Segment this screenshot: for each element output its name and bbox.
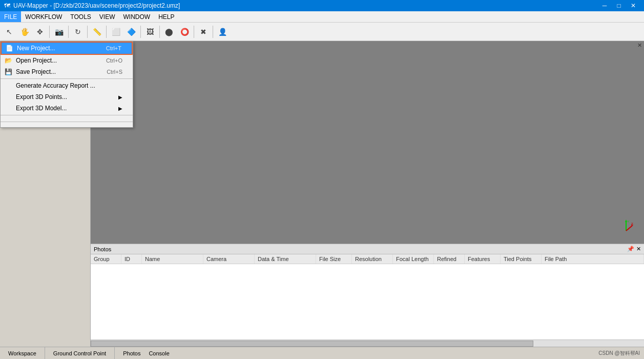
minimize-button[interactable]: ─ [598,1,611,10]
sep-1 [1,78,133,79]
axis-indicator: Y X [618,218,634,233]
col-header-datetime: Data & Time [255,254,316,264]
col-header-refined: Refined [434,254,465,264]
tool-oval[interactable]: ⭕ [177,25,192,39]
menu-tools[interactable]: TOOLS [66,11,95,22]
photos-table-body [91,264,644,340]
photos-header-close-icon[interactable]: ✕ [636,246,641,252]
toolbar-sep-1 [49,26,50,38]
menu-save-project[interactable]: 💾 Save Project... Ctrl+S [1,66,133,77]
title-bar-controls: ─ □ ✕ [598,1,640,10]
toolbar: ↖ 🖐 ✥ 📷 ↻ 📏 ⬜ 🔷 🖼 ⬤ ⭕ ✖ 👤 [0,23,644,41]
file-dropdown-menu: 📄 New Project... Ctrl+T 📂 Open Project..… [0,41,133,128]
model-view: 3D model ✕ Y X [91,41,644,244]
new-project-shortcut: Ctrl+T [106,45,121,51]
new-project-label: New Project... [17,45,55,52]
col-header-name: Name [142,254,203,264]
menu-bar: FILE WORKFLOW TOOLS VIEW WINDOW HELP [0,11,644,23]
svg-text:X: X [631,222,633,225]
photos-panel-title: Photos [94,246,111,252]
col-header-camera: Camera [203,254,255,264]
close-button[interactable]: ✕ [627,1,640,10]
status-bottom-tabs: Photos Console [115,350,598,356]
menu-export-points[interactable]: Export 3D Points... ▶ [1,91,133,103]
col-header-filepath: File Path [542,254,644,264]
photos-header-icons: 📌 ✕ [627,246,641,252]
col-header-filesize: File Size [316,254,352,264]
toolbar-sep-4 [106,26,107,38]
toolbar-sep-2 [68,26,69,38]
new-project-icon: 📄 [6,45,13,52]
save-project-icon: 💾 [5,68,12,75]
photos-panel-header: Photos 📌 ✕ [91,244,644,254]
sep-3 [1,122,133,122]
tool-user[interactable]: 👤 [215,25,230,39]
right-panel: 3D model ✕ Y X Photos [91,41,644,347]
main-container: 📄 New Project... Ctrl+T 📂 Open Project..… [0,41,644,347]
toolbar-sep-5 [140,26,141,38]
tool-box[interactable]: ⬜ [109,25,123,39]
menu-workflow[interactable]: WORKFLOW [21,11,66,22]
col-header-group: Group [91,254,121,264]
export-points-arrow: ▶ [118,94,122,100]
tool-close-shape[interactable]: ✖ [196,25,211,39]
toolbar-sep-7 [194,26,194,38]
col-header-tiedpoints: Tied Points [501,254,542,264]
menu-view[interactable]: VIEW [95,11,119,22]
menu-exit[interactable] [1,123,133,127]
menu-open-product[interactable] [1,116,133,121]
title-bar-left: 🗺 UAV-Mapper - [D:/zkb/2023/uav/scene/pr… [4,2,180,9]
col-header-focallength: Focal Length [393,254,434,264]
tool-photo[interactable]: 🖼 [143,25,157,39]
menu-window[interactable]: WINDOW [119,11,154,22]
export-model-arrow: ▶ [118,106,122,111]
status-tab-gcp[interactable]: Ground Control Point [45,347,115,359]
open-project-label: Open Project... [16,57,57,64]
tool-move[interactable]: ✥ [33,25,47,39]
menu-open-project[interactable]: 📂 Open Project... Ctrl+O [1,55,133,66]
export-points-label: Export 3D Points... [16,93,67,101]
tool-measure[interactable]: 📏 [90,25,104,39]
tool-camera[interactable]: 📷 [52,25,66,39]
toolbar-sep-3 [87,26,88,38]
menu-file[interactable]: FILE [0,11,21,22]
bottom-tab-console[interactable]: Console [149,350,169,356]
menu-help[interactable]: HELP [154,11,178,22]
col-header-resolution: Resolution [352,254,393,264]
photos-header-pin-icon[interactable]: 📌 [627,246,634,252]
status-tab-workspace[interactable]: Workspace [0,347,45,359]
sep-2 [1,115,133,115]
tool-cursor[interactable]: ↖ [2,25,16,39]
save-project-shortcut: Ctrl+S [107,69,122,75]
maximize-button[interactable]: □ [612,1,626,10]
model-view-close-icon[interactable]: ✕ [637,42,642,49]
tool-circle[interactable]: ⬤ [162,25,176,39]
status-bar: Workspace Ground Control Point Photos Co… [0,347,644,359]
tool-hand[interactable]: 🖐 [17,25,32,39]
scrollbar-thumb[interactable] [91,341,533,347]
menu-new-project[interactable]: 📄 New Project... Ctrl+T [1,42,133,55]
col-header-id: ID [121,254,142,264]
title-bar: 🗺 UAV-Mapper - [D:/zkb/2023/uav/scene/pr… [0,0,644,11]
tool-cube[interactable]: 🔷 [124,25,138,39]
left-panel: 📄 New Project... Ctrl+T 📂 Open Project..… [0,41,91,347]
photos-table-header: Group ID Name Camera Data & Time File Si… [91,254,644,264]
tool-rotate[interactable]: ↻ [71,25,85,39]
toolbar-sep-8 [213,26,213,38]
accuracy-report-label: Generate Accuracy Report ... [16,82,95,89]
open-project-icon: 📂 [5,57,12,64]
export-model-label: Export 3D Model... [16,105,67,112]
svg-text:Y: Y [627,220,629,223]
col-header-features: Features [465,254,501,264]
bottom-tab-photos[interactable]: Photos [123,350,140,356]
photos-panel: Photos 📌 ✕ Group ID Name Camera Data & T… [91,244,644,347]
menu-export-model[interactable]: Export 3D Model... ▶ [1,103,133,114]
save-project-label: Save Project... [16,68,56,75]
app-title: UAV-Mapper - [D:/zkb/2023/uav/scene/proj… [13,2,180,9]
horizontal-scrollbar[interactable] [91,340,644,347]
menu-accuracy-report[interactable]: Generate Accuracy Report ... [1,80,133,91]
watermark: CSDN @智科帮AI [598,350,644,357]
svg-line-2 [626,226,632,231]
app-icon: 🗺 [4,2,10,9]
toolbar-sep-6 [159,26,160,38]
